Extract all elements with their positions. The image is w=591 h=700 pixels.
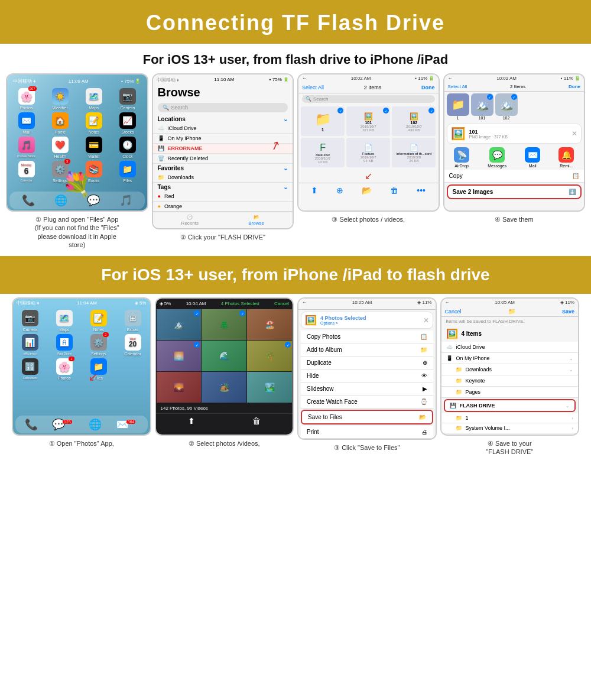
print-item[interactable]: Print 🖨: [301, 426, 433, 439]
file-information[interactable]: 📄 Information of th...cord 2019/3/8 24 K…: [392, 138, 436, 167]
status-bar-4: ← 10:02 AM ▪ 11% 🔋: [444, 74, 584, 82]
b-app-files[interactable]: 📁 Files: [83, 358, 115, 380]
messages-item[interactable]: 💬 Messages: [488, 147, 506, 168]
browse-tab[interactable]: 📂 Browse: [248, 215, 264, 226]
done-btn[interactable]: Done: [421, 85, 435, 90]
app-maps[interactable]: 🗺️ Maps: [78, 88, 109, 110]
b-dock-phone[interactable]: 📞: [25, 418, 38, 431]
app-clock[interactable]: 🕐 Clock: [112, 137, 143, 158]
b-dock-mail[interactable]: ✉️364: [116, 418, 138, 431]
app-notes[interactable]: 📝 Notes: [78, 112, 109, 134]
recently-deleted-item[interactable]: 🗑️ Recently Deleted: [153, 154, 293, 164]
reminders-icon: 🔔: [558, 147, 574, 163]
b-app-notes[interactable]: 📝 Notes: [83, 310, 115, 332]
b-dock-safari[interactable]: 🌐: [89, 418, 102, 431]
b-app-settings[interactable]: ⚙️2 Settings: [83, 334, 115, 356]
b-pages-item[interactable]: 📁 Pages: [441, 387, 579, 398]
app-home[interactable]: 🏠 Home: [44, 112, 76, 134]
files-search-bar[interactable]: 🔍 Search: [158, 103, 288, 112]
b-app-calculator[interactable]: 🔢 Calculator: [14, 358, 46, 380]
b-photo-2[interactable]: 🌲✓: [202, 309, 246, 340]
b-app-photos[interactable]: 🌸1 Photos: [48, 358, 80, 380]
b-photo-9[interactable]: 🏞️: [247, 372, 292, 403]
file-xlsx[interactable]: F date.xlsx 2019/10/7 10 KB: [301, 138, 345, 167]
b-keynote-item[interactable]: 📁 Keynote: [441, 375, 579, 387]
b-app-extras[interactable]: ⊞ Extras: [117, 310, 149, 332]
close-icon[interactable]: ✕: [571, 129, 577, 138]
add-to-album-item[interactable]: Add to Album 📁: [301, 343, 433, 357]
save-to-files-item[interactable]: Save to Files 📂: [301, 410, 433, 424]
b-sub-item-1[interactable]: 📁 1 ›: [441, 413, 579, 423]
file-101[interactable]: 🖼️ 101 2019/10/7 377 KB ✓: [346, 106, 390, 136]
app-itunes[interactable]: 🎵 iTunes Store: [11, 137, 42, 158]
app-files[interactable]: 📁 Files: [112, 161, 143, 183]
dock-messages[interactable]: 💬: [87, 194, 100, 207]
errorname-item[interactable]: 💾 ERRORNAME ↙: [153, 144, 293, 154]
icloud-drive-item[interactable]: ☁️ iCloud Drive: [153, 124, 293, 134]
b-photo-7[interactable]: 🌄: [157, 372, 202, 403]
save-images-btn[interactable]: Save 2 Images ⬇️: [447, 184, 582, 199]
b-photo-5[interactable]: 🌊: [202, 341, 246, 371]
copy-icon[interactable]: ⊕: [336, 186, 343, 195]
b-photo-4[interactable]: 🌅✓: [157, 341, 202, 371]
mail-item[interactable]: ✉️ Mail: [525, 147, 540, 168]
thumb-folder: 📁: [447, 93, 469, 116]
app-camera[interactable]: 📷 Camera: [112, 88, 143, 110]
duplicate-item[interactable]: Duplicate ⊕: [301, 357, 433, 370]
reminders-item[interactable]: 🔔 Remi...: [558, 147, 574, 168]
file-1[interactable]: 📁 1 ✓: [301, 106, 345, 136]
b-cancel-btn[interactable]: Cancel: [445, 309, 462, 315]
app-wallet[interactable]: 💳 Wallet: [78, 137, 109, 158]
file-102[interactable]: 🖼️ 102 2019/10/7 432 KB ✓: [392, 106, 436, 136]
airdrop-item[interactable]: 📡 AirDrop: [454, 147, 469, 168]
b-downloads-item[interactable]: 📁 Downloads ⌄: [441, 364, 579, 375]
app-photos[interactable]: 🌸307 Photos: [11, 88, 42, 110]
b-photo-3[interactable]: 🏖️: [247, 309, 292, 340]
b-icloud-item[interactable]: ☁️ iCloud Drive: [441, 342, 579, 353]
b-delete-icon[interactable]: 🗑: [252, 416, 261, 426]
orange-tag-item[interactable]: ● Orange: [153, 202, 293, 212]
hide-item[interactable]: Hide 👁: [301, 370, 433, 383]
dock-music[interactable]: 🎵: [119, 194, 132, 207]
b-app-efficiency[interactable]: 📊 efficiency: [14, 334, 46, 356]
app-mail[interactable]: ✉️ Mail: [11, 112, 42, 134]
section2: 中国移动 ♦ 11:04 AM ◈ 5% 📷 Camera 🗺️ Maps: [0, 294, 591, 464]
b-app-appstore[interactable]: 🅰 App Store: [48, 334, 80, 356]
recents-tab[interactable]: 🕐 Recents: [181, 215, 199, 226]
app-health[interactable]: ❤️ Health: [44, 137, 76, 158]
dock-phone[interactable]: 📞: [22, 194, 35, 207]
share-icon[interactable]: ⬆: [311, 186, 318, 195]
select-all-btn[interactable]: Select All: [302, 85, 324, 90]
b-app-maps[interactable]: 🗺️ Maps: [48, 310, 80, 332]
downloads-item[interactable]: 📁 Downloads: [153, 173, 293, 183]
b-photo-6[interactable]: 🌴✓: [247, 341, 292, 371]
dock-safari[interactable]: 🌐: [54, 194, 67, 207]
b-app-calendar[interactable]: Wed20 Calendar: [117, 334, 149, 356]
b-close-icon[interactable]: ✕: [423, 316, 429, 325]
b-items-header: 🖼️ 4 Items: [441, 326, 579, 342]
file-facture[interactable]: 📄 Facture 2019/10/7 94 KB: [346, 138, 390, 167]
delete-icon[interactable]: 🗑: [390, 186, 398, 195]
downloads-folder-icon: 📁: [158, 174, 164, 180]
copy-photos-item[interactable]: Copy Photos 📋: [301, 330, 433, 343]
b-photo-1[interactable]: 🏔️✓: [157, 309, 202, 340]
watch-face-item[interactable]: Create Watch Face ⌚: [301, 396, 433, 409]
b-photo-8[interactable]: 🏕️: [202, 372, 246, 403]
b-share-icon[interactable]: ⬆: [188, 416, 195, 426]
b-myiphone-item[interactable]: 📱 On My iPhone ⌄: [441, 353, 579, 364]
app-calendar[interactable]: Monday6 Calendar: [11, 161, 42, 183]
select-search[interactable]: 🔍 Search: [302, 95, 435, 103]
copy-action[interactable]: Copy 📋: [444, 170, 584, 183]
b-dock-messages[interactable]: 💬123: [52, 418, 74, 431]
red-tag-item[interactable]: ● Red: [153, 192, 293, 202]
more-icon[interactable]: •••: [417, 186, 426, 195]
slideshow-item[interactable]: Slideshow ▶: [301, 383, 433, 396]
b-sub-item-2[interactable]: 📁 System Volume I... ›: [441, 423, 579, 433]
app-weather[interactable]: ☀️ Weather: [44, 88, 76, 110]
move-icon[interactable]: 📂: [362, 186, 372, 195]
b-app-camera[interactable]: 📷 Camera: [14, 310, 46, 332]
app-stocks[interactable]: 📈 Stocks: [112, 112, 143, 134]
b-save-btn[interactable]: Save: [562, 309, 574, 315]
b-flash-drive-item[interactable]: 💾 FLASH DRIVE ⌄: [444, 399, 576, 412]
check-b2: ✓: [239, 310, 245, 316]
